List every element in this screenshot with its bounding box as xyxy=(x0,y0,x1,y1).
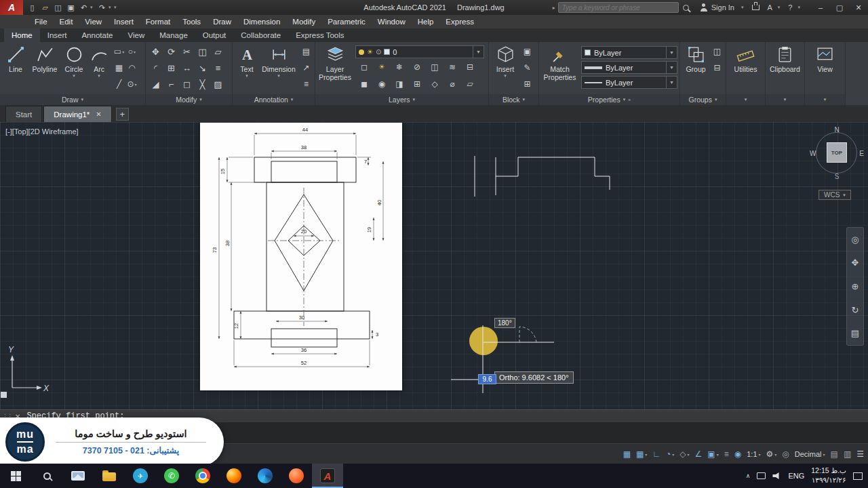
layer-properties-button[interactable]: Layer Properties xyxy=(317,43,353,81)
redo-icon[interactable]: ↷ xyxy=(96,1,108,14)
customize-status-bar-icon[interactable]: ☰ xyxy=(856,449,864,459)
layer-walk-icon[interactable]: ◉ xyxy=(378,79,385,89)
search-icon[interactable] xyxy=(683,5,689,11)
multiline-tool-icon[interactable]: ≡ xyxy=(304,79,309,89)
search-input[interactable] xyxy=(559,4,678,12)
rotate-tool-icon[interactable]: ⟳ xyxy=(167,47,175,57)
table-tool-icon[interactable]: ▤ xyxy=(302,47,310,56)
compass-west[interactable]: W xyxy=(810,150,816,157)
taskbar-search-button[interactable] xyxy=(31,464,62,488)
compass-north[interactable]: N xyxy=(834,126,839,134)
drawing-canvas[interactable]: [-][Top][2D Wireframe] xyxy=(0,122,868,409)
save-icon[interactable]: ◫ xyxy=(52,1,64,14)
sign-in-dropdown-icon[interactable]: ▾ xyxy=(741,5,744,10)
undo-dropdown-icon[interactable]: ▾ xyxy=(90,5,96,10)
layer-color-swatch[interactable] xyxy=(384,49,390,55)
layer-merge-icon[interactable]: ⊞ xyxy=(414,79,420,89)
telegram-button[interactable]: ✈ xyxy=(125,464,156,488)
menu-draw[interactable]: Draw xyxy=(207,15,237,28)
utilities-button[interactable]: Utilities xyxy=(728,43,763,73)
text-button[interactable]: A Text ▾ xyxy=(235,43,259,79)
wcs-dropdown[interactable]: WCS▾ xyxy=(818,190,851,200)
block-attributes-icon[interactable]: ⊞ xyxy=(524,79,530,89)
action-center-icon[interactable] xyxy=(853,472,863,480)
menu-dimension[interactable]: Dimension xyxy=(237,15,286,28)
annotation-monitor-toggle[interactable]: ◎ xyxy=(782,449,789,459)
menu-view[interactable]: View xyxy=(79,15,108,28)
help-search-box[interactable] xyxy=(558,2,679,13)
chamfer-tool-icon[interactable]: ◢ xyxy=(153,79,159,89)
point-tool-icon[interactable]: ⊙▾ xyxy=(127,79,136,89)
workspace-switching-button[interactable]: ⚙▾ xyxy=(766,449,777,459)
view-button[interactable]: View xyxy=(810,43,841,73)
menu-parametric[interactable]: Parametric xyxy=(321,15,372,28)
close-tab-icon[interactable]: ✕ xyxy=(96,110,101,118)
hidden-icons-chevron[interactable]: ∧ xyxy=(746,472,751,479)
isodraft-toggle[interactable]: ◇▾ xyxy=(679,449,689,459)
join-tool-icon[interactable]: ▨ xyxy=(214,79,222,89)
minimize-button[interactable]: – xyxy=(811,0,830,15)
chevron-right-icon[interactable]: ▸ xyxy=(553,5,555,11)
compass-east[interactable]: E xyxy=(859,150,864,157)
menu-modify[interactable]: Modify xyxy=(286,15,321,28)
help-icon[interactable]: ? xyxy=(788,3,792,12)
layer-unisolate-icon[interactable]: ⊟ xyxy=(467,62,473,72)
chrome-button[interactable] xyxy=(187,464,218,488)
object-snap-toggle[interactable]: ▣▾ xyxy=(707,449,718,459)
customize-qat-icon[interactable]: ▾ xyxy=(114,5,119,10)
layer-state-icon[interactable]: ▱ xyxy=(467,79,473,89)
firefox-button[interactable] xyxy=(218,464,250,488)
tab-collaborate[interactable]: Collaborate xyxy=(233,28,288,42)
panel-label-modify[interactable]: Modify▾ xyxy=(146,94,232,105)
panel-overflow-icon[interactable]: » xyxy=(628,98,631,102)
pan-icon[interactable]: ✥ xyxy=(852,258,859,268)
file-explorer-button[interactable] xyxy=(94,464,125,488)
tab-output[interactable]: Output xyxy=(195,28,234,42)
tab-express-tools[interactable]: Express Tools xyxy=(288,28,351,42)
fillet-tool-icon[interactable]: ◜ xyxy=(154,63,157,73)
maximize-button[interactable]: ▢ xyxy=(830,0,849,15)
panel-label-layers[interactable]: Layers▾ xyxy=(315,94,488,105)
language-indicator[interactable]: ENG xyxy=(788,472,804,480)
arc-button[interactable]: Arc ▾ xyxy=(87,43,111,79)
layer-thaw-all-icon[interactable]: ☀ xyxy=(379,63,385,70)
sign-in-button[interactable]: Sign In xyxy=(711,3,734,12)
layer-current-icon[interactable]: ◼ xyxy=(361,79,368,89)
units-dropdown[interactable]: Decimal▾ xyxy=(795,450,825,458)
layer-thaw-sun-icon[interactable]: ☀ xyxy=(367,48,373,56)
chevron-down-icon[interactable]: ▼ xyxy=(666,62,674,73)
full-navigation-wheel-icon[interactable]: ◎ xyxy=(851,235,859,245)
dynamic-input-field[interactable]: 9.6 xyxy=(478,374,496,384)
tab-annotate[interactable]: Annotate xyxy=(74,28,120,42)
zoom-extents-icon[interactable]: ⊕ xyxy=(852,281,859,291)
break-tool-icon[interactable]: ╳ xyxy=(200,79,205,89)
layer-select-dropdown[interactable]: ☀ ⊙ 0 ▼ xyxy=(355,45,484,58)
viewport-controls-label[interactable]: [-][Top][2D Wireframe] xyxy=(5,127,79,136)
panel-label-draw[interactable]: Draw▾ xyxy=(0,94,145,105)
compass-south[interactable]: S xyxy=(835,173,840,180)
panel-label-annotation[interactable]: Annotation▾ xyxy=(233,94,315,105)
plot-icon[interactable]: ▣ xyxy=(64,1,77,14)
lineweight-toggle[interactable]: ≡ xyxy=(724,449,729,459)
dimension-button[interactable]: Dimension ▾ xyxy=(259,43,298,79)
clipboard-button[interactable]: Clipboard xyxy=(768,43,802,73)
panel-label-utilities[interactable]: ▾ xyxy=(726,94,765,105)
object-color-dropdown[interactable]: ByLayer ▼ xyxy=(581,46,677,59)
layer-on-bulb-icon[interactable] xyxy=(359,49,364,55)
panel-label-clipboard[interactable]: ▾ xyxy=(766,94,804,105)
layer-lock-tool-icon[interactable]: ⊘ xyxy=(414,62,420,72)
chevron-down-icon[interactable]: ▼ xyxy=(666,47,674,58)
menu-insert[interactable]: Insert xyxy=(108,15,140,28)
tab-manage[interactable]: Manage xyxy=(152,28,195,42)
copy-tool-icon[interactable]: ◻ xyxy=(183,79,191,89)
group-edit-icon[interactable]: ⊟ xyxy=(713,63,720,73)
spline-tool-icon[interactable]: ◠ xyxy=(128,63,135,73)
snap-mode-toggle[interactable]: ▦▾ xyxy=(636,449,647,459)
layer-lock-icon[interactable]: ⊙ xyxy=(376,48,381,56)
quick-properties-toggle[interactable]: ▤ xyxy=(831,449,838,459)
open-folder-icon[interactable]: ▱ xyxy=(39,1,52,14)
close-button[interactable]: ✕ xyxy=(849,0,868,15)
ellipse-tool-icon[interactable]: ○▾ xyxy=(128,47,136,56)
line-button[interactable]: Line xyxy=(2,43,29,73)
xline-tool-icon[interactable]: ╱ xyxy=(117,79,121,89)
